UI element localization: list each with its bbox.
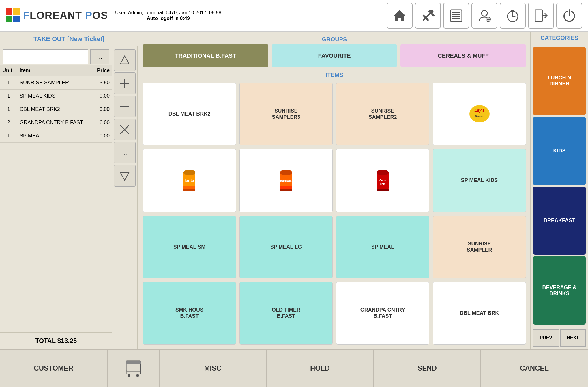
- col-unit: Unit: [0, 65, 17, 76]
- item-button[interactable]: Coca Cola: [336, 149, 429, 212]
- svg-rect-0: [6, 8, 12, 15]
- subtract-button[interactable]: [114, 96, 136, 117]
- user-settings-button[interactable]: [471, 3, 497, 29]
- tools-icon: [421, 8, 435, 23]
- item-button[interactable]: DBL MEAT BRK2: [143, 83, 236, 145]
- svg-rect-1: [13, 8, 20, 15]
- item-button[interactable]: mirinda: [239, 149, 333, 212]
- timer-button[interactable]: [500, 3, 526, 29]
- svg-marker-32: [120, 172, 129, 180]
- order-list: Unit Item Price 1 SUNRISE SAMPLER 3.50 1…: [0, 65, 112, 332]
- table-row[interactable]: 1 DBL MEAT BRK2 3.00: [0, 103, 112, 116]
- logo-area: FLOREANT POS User: Admin, Terminal: 6470…: [6, 8, 221, 23]
- cart-button[interactable]: [107, 349, 159, 387]
- categories-label: CATEGORIES: [531, 32, 588, 44]
- svg-text:Lay's: Lay's: [474, 108, 484, 113]
- item-button[interactable]: SP MEAL LG: [239, 216, 333, 278]
- header-buttons: [387, 3, 582, 29]
- cancel-button[interactable]: CANCEL: [481, 349, 588, 387]
- cart-icon: [123, 358, 143, 378]
- order-table: Unit Item Price 1 SUNRISE SAMPLER 3.50 1…: [0, 65, 112, 143]
- controls-col: ...: [112, 46, 138, 349]
- svg-rect-3: [13, 16, 20, 22]
- group-cereals[interactable]: CEREALS & MUFF: [400, 44, 526, 67]
- table-row[interactable]: 1 SP MEAL 0.00: [0, 129, 112, 143]
- more-button[interactable]: ...: [114, 142, 136, 163]
- send-button[interactable]: SEND: [374, 349, 481, 387]
- svg-rect-37: [183, 170, 195, 175]
- cat-breakfast[interactable]: BREAKFAST: [533, 187, 586, 255]
- item-button[interactable]: SUNRISE SAMPLER: [433, 216, 526, 278]
- delete-button[interactable]: [114, 119, 136, 140]
- groups-label: GROUPS: [143, 36, 526, 43]
- up-button[interactable]: [114, 49, 136, 71]
- table-row[interactable]: 2 GRANDPA CNTRY B.FAST 6.00: [0, 116, 112, 129]
- customer-button[interactable]: CUSTOMER: [0, 349, 107, 387]
- item-button[interactable]: OLD TIMER B.FAST: [239, 282, 333, 345]
- order-section: ... Unit Item Price 1 SUNRISE SAM: [0, 46, 112, 349]
- svg-rect-50: [377, 189, 389, 191]
- user-settings-icon: [477, 8, 492, 23]
- cat-kids[interactable]: KIDS: [533, 117, 586, 185]
- nav-row: PREV NEXT: [531, 327, 588, 349]
- item-button[interactable]: SP MEAL KIDS: [433, 149, 526, 212]
- groups-row: TRADITIONAL B.FAST FAVOURITE CEREALS & M…: [143, 44, 526, 67]
- timer-icon: [505, 8, 520, 23]
- item-button[interactable]: DBL MEAT BRK: [433, 282, 526, 345]
- home-icon: [392, 8, 407, 23]
- exit-icon: [534, 8, 548, 23]
- item-button[interactable]: SMK HOUS B.FAST: [143, 282, 236, 345]
- svg-point-14: [482, 10, 487, 16]
- right-panel: CATEGORIES LUNCH N DINNER KIDS BREAKFAST…: [530, 32, 588, 349]
- group-traditional[interactable]: TRADITIONAL B.FAST: [143, 44, 268, 67]
- power-icon: [562, 8, 576, 23]
- svg-text:Coca: Coca: [379, 179, 386, 182]
- item-button[interactable]: fanta: [143, 149, 236, 212]
- main-area: TAKE OUT [New Ticket] ... Unit Item Pric…: [0, 32, 588, 349]
- svg-rect-45: [280, 189, 292, 191]
- item-button[interactable]: SP MEAL SM: [143, 216, 236, 278]
- header: FLOREANT POS User: Admin, Terminal: 6470…: [0, 0, 588, 32]
- item-button[interactable]: Lay's Classic: [433, 83, 526, 145]
- svg-rect-23: [535, 10, 542, 21]
- svg-rect-40: [183, 189, 195, 191]
- exit-button[interactable]: [528, 3, 554, 29]
- ellipsis-button[interactable]: ...: [90, 49, 109, 64]
- prev-button[interactable]: PREV: [533, 329, 559, 347]
- group-favourite[interactable]: FAVOURITE: [272, 44, 397, 67]
- add-button[interactable]: [114, 72, 136, 94]
- item-button[interactable]: GRANDPA CNTRY B.FAST: [336, 282, 429, 345]
- items-grid: DBL MEAT BRK2SUNRISE SAMPLER3SUNRISE SAM…: [143, 83, 526, 345]
- col-price: Price: [93, 65, 112, 76]
- hold-button[interactable]: HOLD: [266, 349, 374, 387]
- list-button[interactable]: [443, 3, 469, 29]
- table-row[interactable]: 1 SUNRISE SAMPLER 3.50: [0, 76, 112, 90]
- ticket-input-row: ...: [0, 46, 112, 65]
- svg-point-55: [128, 374, 130, 377]
- item-button[interactable]: SUNRISE SAMPLER2: [336, 83, 429, 145]
- tools-button[interactable]: [415, 3, 441, 29]
- ticket-title: TAKE OUT [New Ticket]: [0, 32, 138, 46]
- svg-rect-52: [126, 361, 141, 364]
- svg-rect-9: [450, 10, 462, 21]
- home-button[interactable]: [387, 3, 413, 29]
- down-button[interactable]: [114, 165, 136, 187]
- misc-button[interactable]: MISC: [159, 349, 267, 387]
- next-button[interactable]: NEXT: [560, 329, 586, 347]
- item-button[interactable]: SP MEAL: [336, 216, 429, 278]
- svg-text:Classic: Classic: [475, 115, 484, 118]
- footer: CUSTOMER MISC HOLD SEND CANCEL: [0, 349, 588, 387]
- item-button[interactable]: SUNRISE SAMPLER3: [239, 83, 333, 145]
- logo-icon: [6, 8, 20, 23]
- svg-point-33: [469, 105, 490, 122]
- svg-marker-26: [120, 56, 129, 64]
- category-buttons: LUNCH N DINNER KIDS BREAKFAST BEVERAGE &…: [531, 44, 588, 327]
- cat-beverage[interactable]: BEVERAGE & DRINKS: [533, 256, 586, 325]
- logo-text: FLOREANT POS: [23, 10, 108, 22]
- search-input[interactable]: [3, 49, 88, 64]
- list-icon: [449, 8, 463, 23]
- table-row[interactable]: 1 SP MEAL KIDS 0.00: [0, 90, 112, 103]
- cat-lunch-dinner[interactable]: LUNCH N DINNER: [533, 47, 586, 115]
- mid-panel: GROUPS TRADITIONAL B.FAST FAVOURITE CERE…: [138, 32, 530, 349]
- power-button[interactable]: [556, 3, 582, 29]
